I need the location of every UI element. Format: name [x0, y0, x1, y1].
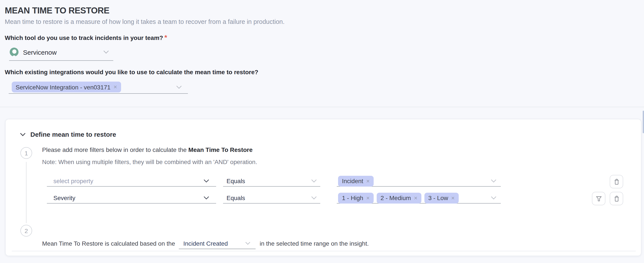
servicenow-logo-icon: [9, 47, 19, 57]
required-asterisk: *: [164, 34, 167, 41]
mean-time-to-restore-page: MEAN TIME TO RESTORE Mean time to restor…: [0, 0, 644, 263]
chevron-down-icon: [204, 179, 209, 183]
funnel-icon: [595, 195, 602, 202]
step-1-note: Note: When using multiple filters, they …: [42, 158, 257, 165]
chevron-down-icon: [103, 50, 109, 54]
chevron-down-icon: [246, 242, 250, 245]
filter-row1-values-multiselect[interactable]: Incident ×: [337, 176, 501, 186]
timestamp-basis-select[interactable]: Incident Created: [179, 238, 256, 249]
chevron-down-icon: [204, 196, 209, 200]
integrations-question-label: Which existing integrations would you li…: [5, 68, 258, 76]
chevron-down-icon: [311, 196, 317, 200]
chip-remove-icon[interactable]: ×: [366, 195, 370, 201]
chevron-down-icon: [20, 132, 26, 136]
section-divider: [0, 107, 644, 107]
trash-icon: [613, 178, 620, 185]
step-1-badge: 1: [20, 147, 32, 159]
scrollbar-thumb[interactable]: [643, 111, 644, 133]
chip-remove-icon[interactable]: ×: [114, 84, 117, 90]
value-chip[interactable]: 2 - Medium ×: [377, 192, 422, 203]
tool-question-label: Which tool do you use to track incidents…: [5, 34, 167, 42]
card-bottom-divider: [12, 251, 636, 251]
delete-filter-row2-button[interactable]: [610, 192, 623, 205]
value-chip[interactable]: 1 - High ×: [338, 192, 374, 203]
page-title: MEAN TIME TO RESTORE: [5, 6, 109, 16]
step-connector-line: [26, 162, 26, 223]
step-2-badge: 2: [20, 225, 32, 236]
property-placeholder: select property: [54, 178, 93, 184]
chevron-down-icon: [491, 179, 496, 183]
filter-row2-property-select[interactable]: Severity: [47, 193, 216, 204]
value-chip[interactable]: Incident ×: [338, 176, 374, 186]
chip-remove-icon[interactable]: ×: [414, 195, 418, 201]
chip-remove-icon[interactable]: ×: [451, 195, 455, 201]
delete-filter-row1-button[interactable]: [610, 175, 623, 188]
incident-tool-select[interactable]: Servicenow: [9, 44, 113, 61]
filter-row1-operator-select[interactable]: Equals: [223, 176, 320, 186]
value-chip[interactable]: 3 - Low ×: [424, 192, 459, 203]
chevron-down-icon: [491, 196, 496, 200]
define-section-title: Define mean time to restore: [30, 131, 116, 138]
step-2-text: Mean Time To Restore is calculated based…: [42, 238, 369, 249]
filter-options-row2-button[interactable]: [592, 192, 606, 205]
integration-chip-label: ServiceNow Integration - ven03171: [16, 84, 110, 90]
filter-row2-values-multiselect[interactable]: 1 - High × 2 - Medium × 3 - Low ×: [337, 193, 501, 204]
chevron-down-icon: [311, 179, 317, 183]
define-section-toggle[interactable]: Define mean time to restore: [20, 131, 116, 138]
chevron-down-icon: [176, 85, 182, 89]
define-mttr-card: Define mean time to restore 1 Please add…: [5, 119, 642, 256]
filter-row1-property-select[interactable]: select property: [47, 176, 216, 186]
page-subtitle: Mean time to restore is a measure of how…: [5, 18, 285, 25]
incident-tool-value: Servicenow: [23, 48, 57, 56]
integrations-multiselect[interactable]: ServiceNow Integration - ven03171 ×: [9, 81, 188, 94]
integration-chip[interactable]: ServiceNow Integration - ven03171 ×: [12, 82, 121, 92]
chip-remove-icon[interactable]: ×: [366, 178, 370, 184]
trash-icon: [613, 195, 620, 202]
step-1-text: Please add more filters below in order t…: [42, 146, 252, 153]
filter-row2-operator-select[interactable]: Equals: [223, 193, 320, 204]
